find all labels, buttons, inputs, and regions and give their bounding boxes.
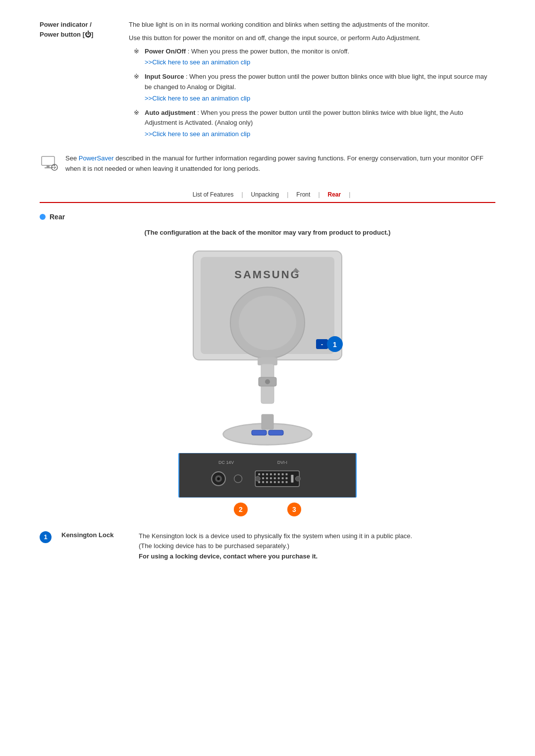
rear-section: Rear (The configuration at the back of t… [40, 213, 495, 516]
svg-rect-47 [258, 481, 260, 483]
badge-2: 2 [234, 503, 248, 516]
svg-rect-52 [278, 481, 280, 483]
svg-rect-18 [268, 430, 283, 435]
svg-rect-38 [286, 473, 288, 475]
svg-rect-31 [258, 473, 260, 475]
config-note: (The configuration at the back of the mo… [40, 229, 495, 236]
kensington-line3: For using a locking device, contact wher… [139, 552, 495, 562]
svg-rect-36 [278, 473, 280, 475]
rear-label: Rear [50, 213, 65, 221]
svg-rect-33 [266, 473, 268, 475]
svg-rect-54 [286, 481, 288, 483]
svg-rect-17 [252, 430, 267, 435]
svg-text:DVI-I: DVI-I [277, 460, 287, 465]
svg-text:-: - [321, 341, 323, 348]
svg-rect-46 [286, 477, 288, 479]
kensington-line1: The Kensington lock is a device used to … [139, 531, 495, 542]
svg-point-13 [265, 379, 270, 384]
port-closeup-svg: DC 14V DVI-I [179, 453, 356, 498]
power-saver-link[interactable]: PowerSaver [79, 154, 114, 162]
svg-point-57 [295, 476, 300, 481]
animation-link-3[interactable]: >>Click here to see an animation clip [145, 129, 495, 140]
svg-rect-41 [266, 477, 268, 479]
svg-rect-40 [262, 477, 264, 479]
svg-text:DC 14V: DC 14V [218, 460, 234, 465]
power-section: Power indicator / Power button [⏻] The b… [40, 20, 495, 144]
port-closeup: DC 14V DVI-I [178, 453, 357, 498]
tab-unpacking[interactable]: Unpacking [243, 189, 287, 200]
svg-rect-49 [266, 481, 268, 483]
svg-text:1: 1 [333, 341, 337, 349]
nav-tabs: List of Features | Unpacking | Front | R… [40, 189, 495, 203]
tab-front[interactable]: Front [288, 189, 318, 200]
svg-rect-32 [262, 473, 264, 475]
kensington-section: 1 Kensington Lock The Kensington lock is… [40, 531, 495, 562]
kensington-label: Kensington Lock [61, 531, 131, 539]
badge-3: 3 [287, 503, 301, 516]
power-intro1: The blue light is on in its normal worki… [129, 20, 495, 30]
nav-divider-4: | [349, 191, 350, 198]
rear-title-row: Rear [40, 213, 495, 221]
monitor-image-area: SAMSUNG [40, 246, 495, 516]
svg-rect-2 [45, 167, 52, 168]
bullet-text-3: Auto adjustment : When you press the pow… [145, 108, 495, 140]
svg-text:SAMSUNG: SAMSUNG [234, 268, 300, 281]
svg-rect-51 [274, 481, 276, 483]
power-intro2: Use this button for power the monitor on… [129, 33, 495, 44]
bullet-text-2: Input Source : When you press the power … [145, 72, 495, 103]
kensington-line2: (The locking device has to be purchased … [139, 541, 495, 552]
svg-rect-1 [47, 165, 50, 167]
svg-rect-45 [282, 477, 284, 479]
power-content: The blue light is on in its normal worki… [129, 20, 495, 144]
note-text: See PowerSaver described in the manual f… [65, 153, 495, 174]
bullet-power-on-off: ※ Power On/Off : When you press the powe… [129, 47, 495, 68]
bullet-symbol-1: ※ [134, 47, 142, 68]
svg-point-56 [255, 476, 260, 481]
note-section: See PowerSaver described in the manual f… [40, 153, 495, 174]
svg-rect-50 [270, 481, 272, 483]
bullet-auto-adjustment: ※ Auto adjustment : When you press the p… [129, 108, 495, 140]
monitor-back-illustration: SAMSUNG [178, 246, 357, 454]
power-label: Power indicator / Power button [⏻] [40, 20, 119, 144]
svg-point-29 [234, 475, 242, 483]
svg-rect-43 [274, 477, 276, 479]
bullet-input-source: ※ Input Source : When you press the powe… [129, 72, 495, 103]
svg-rect-34 [270, 473, 272, 475]
svg-rect-55 [291, 475, 293, 483]
power-saver-icon [40, 153, 58, 172]
svg-rect-53 [282, 481, 284, 483]
badge-row: 2 3 [234, 503, 301, 516]
bullet-symbol-3: ※ [134, 108, 142, 140]
svg-rect-37 [282, 473, 284, 475]
bullet-text-1: Power On/Off : When you press the power … [145, 47, 495, 68]
svg-rect-16 [262, 414, 273, 429]
animation-link-2[interactable]: >>Click here to see an animation clip [145, 94, 495, 104]
animation-link-1[interactable]: >>Click here to see an animation clip [145, 57, 495, 68]
svg-rect-35 [274, 473, 276, 475]
tab-list-of-features[interactable]: List of Features [185, 189, 242, 200]
bullet-symbol-2: ※ [134, 72, 142, 103]
kensington-content: The Kensington lock is a device used to … [139, 531, 495, 562]
svg-rect-0 [42, 156, 54, 165]
blue-dot-icon [40, 214, 46, 220]
svg-rect-42 [270, 477, 272, 479]
kensington-badge: 1 [40, 531, 52, 543]
tab-rear[interactable]: Rear [320, 189, 349, 200]
svg-point-28 [217, 477, 220, 480]
svg-rect-48 [262, 481, 264, 483]
svg-point-9 [239, 296, 296, 350]
svg-rect-44 [278, 477, 280, 479]
